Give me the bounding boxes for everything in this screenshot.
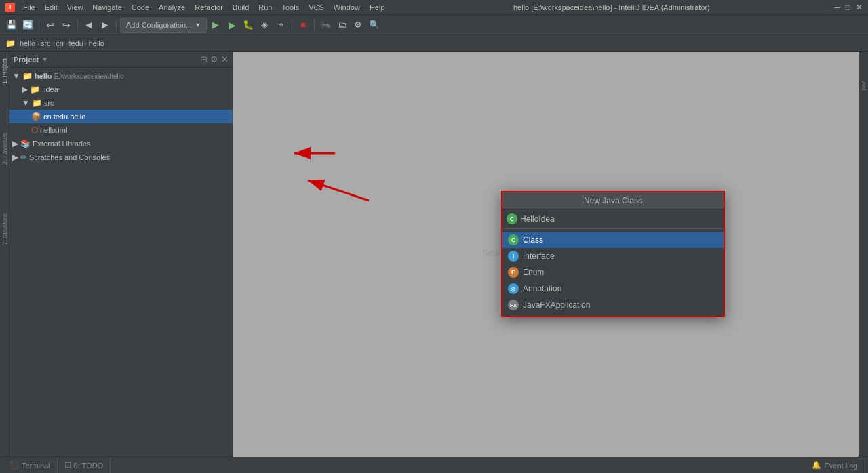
forward-button[interactable]: ▶	[98, 18, 113, 33]
breadcrumb-hello[interactable]: hello	[20, 39, 35, 47]
menu-code[interactable]: Code	[127, 2, 153, 13]
dialog-item-javafx[interactable]: FX JavaFXApplication	[502, 297, 724, 313]
dialog-item-enum[interactable]: E Enum	[502, 264, 724, 281]
close-button[interactable]: ✕	[856, 3, 863, 12]
toolbar-separator-1	[39, 19, 39, 31]
folder-icon-hello: 📁	[22, 71, 33, 81]
tree-item-idea[interactable]: ▶ 📁 .idea	[9, 83, 233, 96]
event-log-icon: 🔔	[812, 461, 821, 470]
bottom-tabs: ⬛ Terminal ☑ 6: TODO 🔔 Event Log	[0, 457, 868, 473]
tree-label-package: cn.tedu.hello	[43, 112, 85, 121]
tree-item-scratches[interactable]: ▶ ✏ Scratches and Consoles	[9, 150, 233, 164]
build-project-button[interactable]: ▶	[208, 18, 223, 33]
left-tab-strip: 1: Project 2: Favorites 7: Structure	[0, 52, 9, 457]
breadcrumb-src[interactable]: src	[41, 39, 51, 47]
run-button[interactable]: ▶	[224, 18, 239, 33]
menu-view[interactable]: View	[63, 2, 87, 13]
toolbar-separator-5	[314, 19, 315, 31]
settings-icon[interactable]: ⚙	[210, 54, 218, 64]
collapse-all-icon[interactable]: ⊟	[200, 54, 208, 64]
sdk-settings[interactable]: ⚙	[351, 18, 366, 33]
maximize-button[interactable]: □	[846, 3, 850, 12]
project-panel: Project ▼ ⊟ ⚙ ✕ ▼ 📁 hello E:\workspaceid…	[9, 52, 233, 457]
tree-item-src[interactable]: ▼ 📁 src	[9, 96, 233, 110]
annotation-label: Annotation	[523, 284, 561, 293]
new-class-name-input[interactable]	[520, 214, 719, 224]
menu-run[interactable]: Run	[254, 2, 276, 13]
toolbar-separator-4	[292, 19, 292, 31]
menu-navigate[interactable]: Navigate	[88, 2, 125, 13]
todo-tab[interactable]: ☑ 6: TODO	[58, 457, 111, 473]
expand-arrow-src: ▼	[22, 98, 30, 108]
todo-icon: ☑	[64, 461, 71, 470]
ant-tab[interactable]: Ant	[860, 79, 868, 94]
tab-project[interactable]: 1: Project	[1, 54, 9, 88]
back-button[interactable]: ◀	[81, 18, 96, 33]
tree-label-scratches: Scratches and Consoles	[29, 153, 110, 161]
save-all-button[interactable]: 💾	[4, 18, 19, 33]
iml-icon: ⬡	[31, 125, 38, 135]
library-icon: 📚	[20, 139, 31, 148]
tab-favorites[interactable]: 2: Favorites	[1, 129, 9, 169]
breadcrumb-sep-4: ›	[85, 39, 87, 47]
breadcrumb-cn[interactable]: cn	[56, 39, 64, 47]
minimize-button[interactable]: ─	[834, 3, 840, 12]
menu-vcs[interactable]: VCS	[304, 2, 328, 13]
folder-icon-idea: 📁	[30, 85, 40, 94]
javafx-icon: FX	[508, 300, 519, 310]
svg-line-1	[308, 180, 369, 201]
stop-button[interactable]: ■	[296, 18, 311, 33]
tree-item-package[interactable]: 📦 cn.tedu.hello	[9, 110, 233, 123]
dialog-item-class[interactable]: C Class	[502, 232, 724, 248]
tree-item-hello-root[interactable]: ▼ 📁 hello E:\workspaceidea\hello	[9, 69, 233, 83]
menu-analyze[interactable]: Analyze	[155, 2, 189, 13]
search-everywhere-button[interactable]: 🔍	[367, 18, 382, 33]
breadcrumb-sep-2: ›	[52, 39, 55, 47]
debug-button[interactable]: 🐛	[241, 18, 256, 33]
breadcrumb-tedu[interactable]: tedu	[69, 39, 83, 47]
menu-file[interactable]: File	[19, 2, 39, 13]
breadcrumb-hello2[interactable]: hello	[89, 39, 104, 47]
breadcrumb-sep-3: ›	[65, 39, 68, 47]
menu-help[interactable]: Help	[366, 2, 389, 13]
open-project-structure[interactable]: 🗂	[334, 18, 349, 33]
tree-label-hello-root: hello E:\workspaceidea\hello	[35, 72, 124, 80]
profile-button[interactable]: ⌖	[273, 18, 288, 33]
tab-structure[interactable]: 7: Structure	[1, 209, 9, 249]
event-log-label: Event Log	[824, 461, 858, 470]
interface-icon: I	[508, 251, 519, 262]
undo-button[interactable]: ↩	[43, 18, 58, 33]
window-controls: ─ □ ✕	[834, 3, 863, 12]
tree-item-iml[interactable]: ⬡ hello.iml	[9, 123, 233, 137]
project-label: Project	[14, 56, 39, 64]
dialog-item-interface[interactable]: I Interface	[502, 248, 724, 264]
package-icon: 📦	[31, 112, 41, 121]
expand-arrow-hello: ▼	[12, 71, 20, 81]
event-log-tab[interactable]: 🔔 Event Log	[805, 457, 865, 473]
expand-arrow-scratches: ▶	[12, 152, 18, 162]
main-area: 1: Project 2: Favorites 7: Structure Pro…	[0, 52, 868, 457]
terminal-label: Terminal	[22, 461, 50, 470]
javafx-label: JavaFXApplication	[523, 300, 590, 310]
menu-tools[interactable]: Tools	[277, 2, 303, 13]
run-configuration[interactable]: Add Configuration... ▼	[120, 18, 207, 33]
redo-button[interactable]: ↪	[59, 18, 74, 33]
menu-window[interactable]: Window	[330, 2, 364, 13]
dialog-item-annotation[interactable]: @ Annotation	[502, 281, 724, 297]
project-header: Project ▼ ⊟ ⚙ ✕	[9, 52, 233, 68]
scratches-icon: ✏	[20, 152, 27, 162]
project-icon: 📁	[5, 39, 16, 48]
coverage-button[interactable]: ◈	[257, 18, 272, 33]
tree-item-external-libs[interactable]: ▶ 📚 External Libraries	[9, 137, 233, 150]
close-panel-icon[interactable]: ✕	[221, 54, 229, 64]
dialog-input-row: C	[502, 209, 724, 229]
menu-build[interactable]: Build	[229, 2, 253, 13]
ant-button[interactable]: 🐜	[318, 18, 333, 33]
synchronize-button[interactable]: 🔄	[20, 18, 35, 33]
class-label: Class	[523, 235, 543, 245]
expand-arrow-idea: ▶	[22, 85, 28, 94]
project-dropdown-arrow[interactable]: ▼	[41, 56, 48, 63]
menu-refactor[interactable]: Refactor	[191, 2, 227, 13]
terminal-tab[interactable]: ⬛ Terminal	[3, 457, 58, 473]
menu-edit[interactable]: Edit	[41, 2, 62, 13]
